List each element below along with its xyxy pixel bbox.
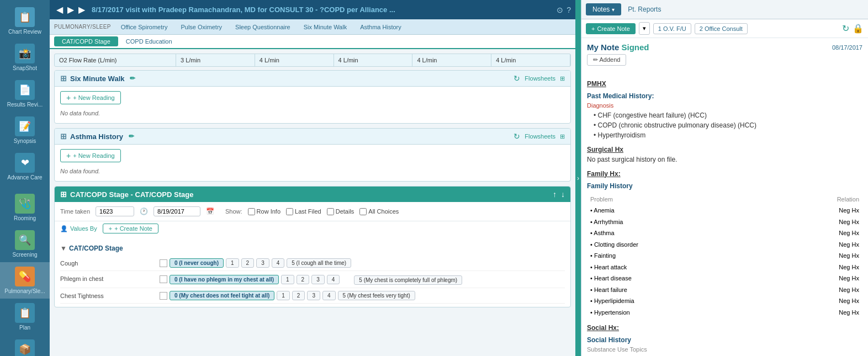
sidebar: 📋 Chart Review 📸 SnapShot 📄 Results Revi…: [0, 0, 50, 356]
phlegm-option-5[interactable]: 5 (My chest is completely full of phlegm…: [354, 275, 462, 285]
cough-option-0[interactable]: 0 (I never cough): [170, 258, 224, 268]
sidebar-item-rooming[interactable]: 🩺 Rooming: [0, 189, 50, 226]
checkbox-all-choices[interactable]: All Choices: [359, 208, 399, 215]
new-reading-button-smw[interactable]: + + New Reading: [60, 91, 121, 104]
table-row: • FaintingNeg Hx: [588, 251, 861, 261]
sub-tab-cat-copd[interactable]: CAT/COPD Stage: [54, 36, 118, 46]
cough-option-3[interactable]: 3: [256, 258, 269, 268]
phlegm-option-0[interactable]: 0 (I have no phlegm in my chest at all): [170, 275, 279, 284]
phlegm-checkbox[interactable]: [160, 275, 167, 283]
collapse-icon[interactable]: ▼: [60, 245, 67, 252]
sidebar-item-wrapup[interactable]: 📦 Wrap-Up: [0, 335, 50, 356]
sidebar-label-snapshot: SnapShot: [13, 65, 37, 71]
tab-pulse-oximetry[interactable]: Pulse Oximetry: [174, 22, 229, 33]
question-row-chest: Chest Tightness 0 (My chest does not fee…: [60, 288, 565, 304]
chest-option-2[interactable]: 2: [292, 291, 305, 300]
chest-options: 0 (My chest does not feel tight at all) …: [160, 291, 565, 300]
notes-lock-button[interactable]: 🔒: [853, 23, 864, 34]
note-type-2-button[interactable]: 2 Office Consult: [695, 23, 748, 34]
create-note-main-button[interactable]: + Create Note: [586, 23, 636, 34]
refresh-icon-ah[interactable]: ↻: [514, 132, 520, 141]
date-input[interactable]: [154, 206, 200, 216]
sidebar-item-synopsis[interactable]: 📝 Synopsis: [0, 112, 50, 148]
values-by-link[interactable]: 👤 Values By: [60, 225, 97, 232]
grid-icon-ah: ⊞: [60, 132, 67, 141]
cough-option-1[interactable]: 1: [226, 258, 239, 268]
nav-arrow2[interactable]: ▶: [78, 4, 85, 15]
sidebar-item-screening[interactable]: 🔍 Screening: [0, 226, 50, 262]
tab-six-minute-walk[interactable]: Six Minute Walk: [297, 22, 353, 33]
back-arrow[interactable]: ◀: [56, 4, 63, 15]
cough-checkbox[interactable]: [160, 259, 167, 267]
notes-scroll[interactable]: My Note Signed 08/17/2017 ✏ Addend PMHX …: [581, 38, 868, 356]
phlegm-option-2[interactable]: 2: [297, 275, 310, 284]
chest-option-4[interactable]: 4: [322, 291, 336, 300]
notes-panel: Notes ▾ Pt. Reports + Create Note ▾ 1 O.…: [581, 0, 868, 356]
sidebar-item-pulmonary[interactable]: 💊 Pulmonary/Sle...: [0, 262, 50, 299]
checkbox-last-filed[interactable]: Last Filed: [286, 208, 321, 215]
sidebar-item-advance-care[interactable]: ❤ Advance Care: [0, 148, 50, 185]
chest-option-3[interactable]: 3: [307, 291, 320, 300]
sidebar-label-chart-review: Chart Review: [8, 29, 41, 35]
phlegm-option-3[interactable]: 3: [311, 275, 325, 284]
chest-option-5[interactable]: 5 (My chest feels very tight): [338, 291, 415, 300]
new-reading-button-ah[interactable]: + + New Reading: [60, 149, 121, 162]
sidebar-label-advance-care: Advance Care: [7, 174, 42, 180]
sub-tab-copd-education[interactable]: COPD Education: [118, 36, 180, 46]
flowsheets-link-smw[interactable]: Flowsheets: [525, 75, 555, 82]
chest-option-0[interactable]: 0 (My chest does not feel tight at all): [170, 291, 274, 300]
flowsheet-label-col: O2 Flow Rate (L/min): [55, 54, 176, 66]
note-type-1-button[interactable]: 1 O.V. F/U: [653, 23, 691, 34]
tab-asthma-history[interactable]: Asthma History: [353, 22, 408, 33]
create-note-button[interactable]: + + Create Note: [103, 224, 158, 233]
question-icon[interactable]: ?: [567, 6, 571, 14]
sidebar-item-snapshot[interactable]: 📸 SnapShot: [0, 39, 50, 76]
cat-copd-header: ⊞ CAT/COPD Stage - CAT/COPD Stage ↑ ↓: [55, 187, 570, 202]
refresh-icon-smw[interactable]: ↻: [514, 74, 520, 83]
edit-icon-ah[interactable]: ✏: [129, 132, 134, 140]
diagnosis-hyper: • Hyperthyroidism: [587, 130, 862, 140]
tab-office-spirometry[interactable]: Office Spirometry: [114, 22, 174, 33]
cough-option-4[interactable]: 4: [272, 258, 285, 268]
pmhx-heading: PMHX: [587, 79, 862, 89]
down-arrow-icon[interactable]: ↓: [561, 190, 565, 199]
cough-option-5[interactable]: 5 (I cough all the time): [287, 258, 351, 268]
time-input[interactable]: [96, 206, 134, 216]
addend-button[interactable]: ✏ Addend: [587, 54, 626, 66]
screening-icon: 🔍: [15, 230, 35, 250]
plus-icon-create: +: [591, 25, 595, 32]
phlegm-option-1[interactable]: 1: [281, 275, 294, 284]
flowsheets-icon-smw: ⊞: [560, 75, 565, 82]
notes-refresh-button[interactable]: ↻: [842, 23, 849, 34]
up-arrow-icon[interactable]: ↑: [553, 190, 557, 199]
six-minute-walk-section: ⊞ Six Minute Walk ✏ ↻ Flowsheets ⊞ + + N…: [54, 70, 571, 124]
notes-tab-label: Notes: [592, 6, 610, 13]
sidebar-item-plan[interactable]: 📋 Plan: [0, 299, 50, 335]
center-panel-toggle[interactable]: ›: [575, 0, 581, 356]
checkbox-row-info[interactable]: Row Info: [248, 208, 280, 215]
create-note-dropdown[interactable]: ▾: [639, 22, 650, 35]
pt-reports-tab[interactable]: Pt. Reports: [621, 3, 668, 15]
cat-copd-title: ⊞ CAT/COPD Stage - CAT/COPD Stage: [60, 190, 193, 199]
circle-icon[interactable]: ⊙: [557, 6, 563, 14]
sidebar-label-plan: Plan: [19, 325, 30, 331]
sidebar-label-screening: Screening: [12, 252, 37, 258]
main-scroll-area[interactable]: O2 Flow Rate (L/min) 3 L/min 4 L/min 4 L…: [50, 49, 575, 356]
family-table: Problem Relation • AnemiaNeg Hx• Arrhyth…: [587, 193, 862, 319]
diagnosis-chf: • CHF (congestive heart failure) (HCC): [587, 110, 862, 120]
tab-sleep-questionnaire[interactable]: Sleep Questionnaire: [229, 22, 297, 33]
checkbox-details[interactable]: Details: [327, 208, 354, 215]
flowsheet-col2: 4 L/min: [255, 54, 334, 66]
sidebar-label-results: Results Revi...: [7, 102, 43, 108]
sidebar-item-chart-review[interactable]: 📋 Chart Review: [0, 3, 50, 39]
forward-arrow[interactable]: ▶: [67, 4, 74, 15]
chest-checkbox[interactable]: [160, 292, 167, 300]
cough-option-2[interactable]: 2: [241, 258, 255, 268]
flowsheets-link-ah[interactable]: Flowsheets: [525, 133, 555, 140]
chest-option-1[interactable]: 1: [277, 291, 290, 300]
edit-icon-smw[interactable]: ✏: [130, 75, 135, 82]
notes-tab[interactable]: Notes ▾: [586, 3, 621, 15]
cat-actions: ↑ ↓: [553, 190, 565, 199]
phlegm-option-4[interactable]: 4: [327, 275, 340, 284]
sidebar-item-results[interactable]: 📄 Results Revi...: [0, 76, 50, 112]
